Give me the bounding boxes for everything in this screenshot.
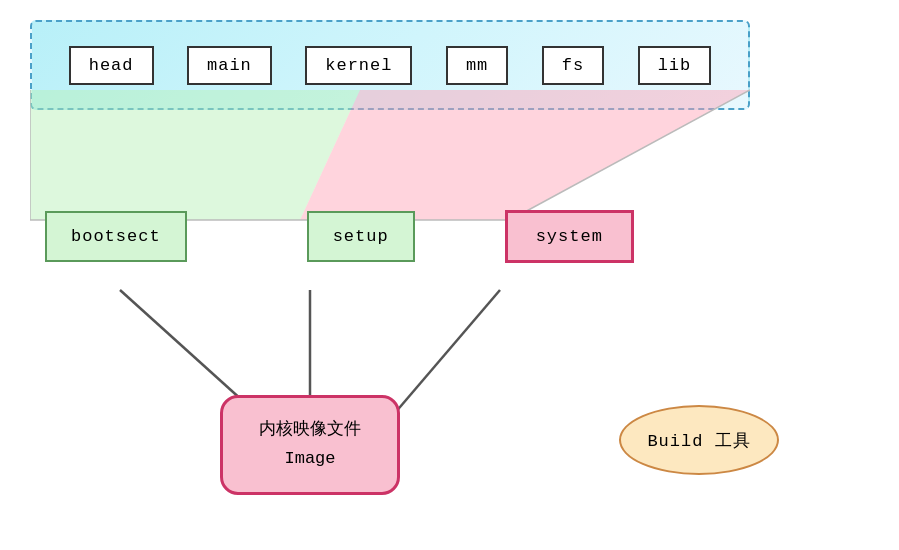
module-head: head <box>69 46 154 85</box>
module-mm: mm <box>446 46 508 85</box>
top-group: head main kernel mm fs lib <box>30 20 750 110</box>
output-image-box: 内核映像文件 Image <box>220 395 400 495</box>
module-lib: lib <box>638 46 712 85</box>
module-system: system <box>505 210 634 263</box>
module-setup: setup <box>307 211 415 262</box>
output-line2: Image <box>284 445 335 474</box>
diagram-container: head main kernel mm fs lib bootsect setu… <box>0 0 899 550</box>
module-fs: fs <box>542 46 604 85</box>
build-tool-ellipse: Build 工具 <box>619 405 779 475</box>
build-tool-label: Build 工具 <box>647 429 750 452</box>
output-line1: 内核映像文件 <box>259 416 361 445</box>
module-kernel: kernel <box>305 46 412 85</box>
module-bootsect: bootsect <box>45 211 187 262</box>
module-main: main <box>187 46 272 85</box>
